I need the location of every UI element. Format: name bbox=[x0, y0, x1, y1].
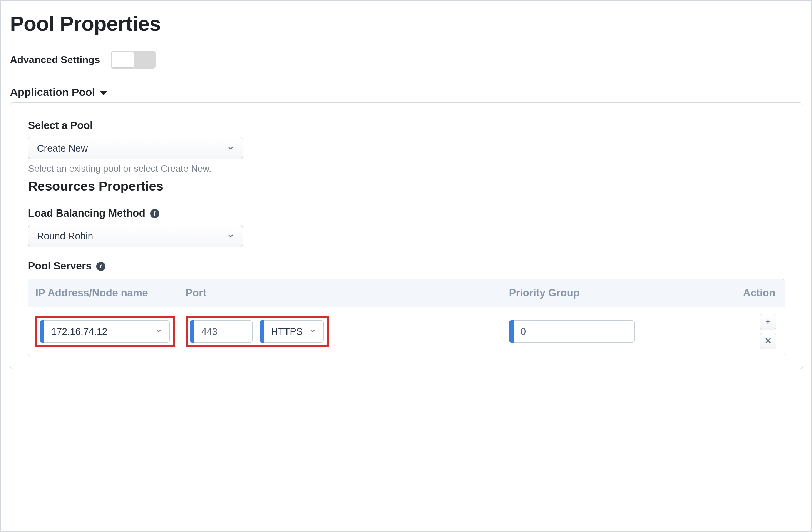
blue-indicator bbox=[260, 320, 264, 343]
protocol-dropdown-wrapper: HTTPS bbox=[260, 320, 324, 343]
chevron-down-icon bbox=[156, 328, 162, 335]
th-port: Port bbox=[186, 287, 340, 299]
chevron-down-icon bbox=[227, 233, 234, 239]
th-priority: Priority Group bbox=[509, 287, 732, 299]
close-icon: ✕ bbox=[765, 336, 772, 346]
chevron-down-icon bbox=[310, 328, 316, 335]
load-balancing-value: Round Robin bbox=[37, 231, 93, 242]
port-input-wrapper: 443 bbox=[190, 320, 253, 343]
protocol-dropdown[interactable]: HTTPS bbox=[264, 320, 324, 343]
protocol-value: HTTPS bbox=[271, 326, 303, 337]
table-header: IP Address/Node name Port Priority Group… bbox=[28, 279, 785, 307]
advanced-settings-toggle[interactable] bbox=[111, 51, 156, 69]
priority-input-wrapper: 0 bbox=[509, 320, 635, 343]
cell-action: + ✕ bbox=[732, 314, 778, 349]
plus-icon: + bbox=[766, 317, 771, 327]
add-row-button[interactable]: + bbox=[760, 314, 776, 330]
cell-ip: 172.16.74.12 bbox=[35, 316, 186, 347]
port-value: 443 bbox=[201, 326, 218, 337]
blue-indicator bbox=[509, 320, 514, 343]
highlighted-ip-group: 172.16.74.12 bbox=[35, 316, 175, 347]
page-title: Pool Properties bbox=[10, 12, 802, 35]
pool-servers-label: Pool Servers i bbox=[28, 260, 785, 272]
priority-input[interactable]: 0 bbox=[514, 320, 635, 343]
info-icon[interactable]: i bbox=[96, 262, 105, 271]
advanced-settings-row: Advanced Settings bbox=[10, 51, 802, 69]
select-pool-help: Select an existing pool or select Create… bbox=[28, 163, 785, 174]
application-pool-header[interactable]: Application Pool bbox=[10, 86, 107, 99]
load-balancing-label-text: Load Balancing Method bbox=[28, 207, 146, 219]
load-balancing-dropdown[interactable]: Round Robin bbox=[28, 225, 243, 247]
advanced-settings-label: Advanced Settings bbox=[10, 54, 100, 66]
application-pool-header-label: Application Pool bbox=[10, 86, 95, 99]
th-action: Action bbox=[732, 287, 778, 299]
select-pool-value: Create New bbox=[37, 143, 88, 154]
pool-servers-table: IP Address/Node name Port Priority Group… bbox=[28, 279, 785, 356]
toggle-knob bbox=[112, 52, 134, 67]
select-pool-label: Select a Pool bbox=[28, 120, 785, 132]
resources-properties-title: Resources Properties bbox=[28, 179, 785, 194]
caret-down-icon bbox=[100, 91, 107, 95]
load-balancing-label: Load Balancing Method i bbox=[28, 207, 785, 219]
ip-node-input[interactable]: 172.16.74.12 bbox=[44, 320, 170, 343]
priority-value: 0 bbox=[521, 326, 526, 337]
table-row: 172.16.74.12 443 bbox=[28, 307, 785, 356]
select-pool-dropdown[interactable]: Create New bbox=[28, 137, 243, 159]
th-ip: IP Address/Node name bbox=[35, 287, 186, 299]
blue-indicator bbox=[40, 320, 44, 343]
application-pool-panel: Select a Pool Create New Select an exist… bbox=[10, 102, 803, 369]
info-icon[interactable]: i bbox=[150, 209, 159, 218]
blue-indicator bbox=[190, 320, 194, 343]
ip-value: 172.16.74.12 bbox=[51, 326, 107, 337]
cell-port-proto: 443 HTTPS bbox=[186, 316, 509, 347]
cell-priority: 0 bbox=[509, 320, 732, 343]
pool-properties-panel: Pool Properties Advanced Settings Applic… bbox=[0, 0, 812, 532]
pool-servers-label-text: Pool Servers bbox=[28, 260, 92, 272]
port-input[interactable]: 443 bbox=[194, 320, 253, 343]
ip-input-wrapper: 172.16.74.12 bbox=[40, 320, 170, 343]
remove-row-button[interactable]: ✕ bbox=[760, 333, 776, 349]
chevron-down-icon bbox=[227, 145, 234, 152]
highlighted-port-proto-group: 443 HTTPS bbox=[186, 316, 329, 347]
